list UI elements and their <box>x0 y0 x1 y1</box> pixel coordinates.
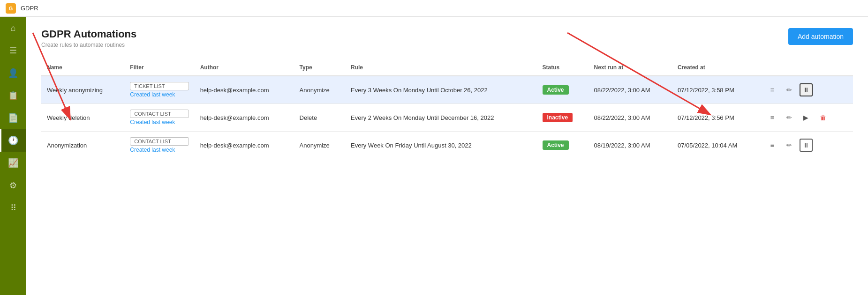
cell-actions: ≡ ✏ ▶ 🗑 <box>760 104 853 132</box>
sidebar-item-settings[interactable]: ⚙ <box>0 174 26 197</box>
cell-type: Delete <box>294 104 346 132</box>
details-icon[interactable]: ≡ <box>766 111 779 124</box>
cell-rule: Every 3 Weeks On Monday Until October 26… <box>345 76 536 104</box>
apps-icon: ⠿ <box>10 204 16 212</box>
col-actions <box>760 59 853 76</box>
filter-tag: TICKET LIST <box>130 82 189 90</box>
documents-icon: 📄 <box>8 114 18 122</box>
cell-rule: Every Week On Friday Until August 30, 20… <box>345 132 536 159</box>
edit-icon[interactable]: ✏ <box>783 83 796 96</box>
delete-button[interactable]: 🗑 <box>816 111 830 124</box>
page-title: GDPR Automations <box>41 28 136 40</box>
logo-text: G <box>9 6 13 11</box>
page-subtitle: Create rules to automate routines <box>41 42 136 48</box>
table-row: Weekly deletion CONTACT LIST Created las… <box>41 104 853 132</box>
sidebar-item-lists[interactable]: 📋 <box>0 84 26 107</box>
contacts-icon: 👤 <box>8 69 18 77</box>
sidebar-item-home[interactable]: ⌂ <box>0 17 26 39</box>
cell-name: Weekly deletion <box>41 104 124 132</box>
cell-next-run: 08/22/2022, 3:00 AM <box>588 104 672 132</box>
col-filter: Filter <box>124 59 194 76</box>
cell-created-at: 07/12/2022, 3:58 PM <box>672 76 760 104</box>
cell-status: Active <box>537 132 589 159</box>
play-button[interactable]: ▶ <box>800 111 813 124</box>
table-header-row: Name Filter Author Type Rule Status Next… <box>41 59 853 76</box>
col-status: Status <box>537 59 589 76</box>
cell-status: Active <box>537 76 589 104</box>
status-badge: Active <box>543 140 569 150</box>
cell-filter: CONTACT LIST Created last week <box>124 132 194 159</box>
col-author: Author <box>195 59 294 76</box>
top-bar: G GDPR <box>0 0 868 17</box>
app-title: GDPR <box>21 5 38 12</box>
table-row: Anonymization CONTACT LIST Created last … <box>41 132 853 159</box>
filter-link[interactable]: Created last week <box>130 147 189 153</box>
cell-author: help-desk@example.com <box>195 76 294 104</box>
filter-link[interactable]: Created last week <box>130 91 189 98</box>
row-actions: ≡ ✏ ⏸ <box>766 83 847 96</box>
cell-rule: Every 2 Weeks On Monday Until December 1… <box>345 104 536 132</box>
cell-next-run: 08/19/2022, 3:00 AM <box>588 132 672 159</box>
cell-author: help-desk@example.com <box>195 132 294 159</box>
row-actions: ≡ ✏ ⏸ <box>766 139 847 152</box>
automations-table: Name Filter Author Type Rule Status Next… <box>41 59 853 159</box>
pause-button[interactable]: ⏸ <box>800 139 813 152</box>
row-actions: ≡ ✏ ▶ 🗑 <box>766 111 847 124</box>
edit-icon[interactable]: ✏ <box>783 139 796 152</box>
cell-name: Anonymization <box>41 132 124 159</box>
settings-icon: ⚙ <box>9 181 17 190</box>
reports-icon: 📈 <box>8 159 18 167</box>
automations-table-container: Name Filter Author Type Rule Status Next… <box>41 59 853 159</box>
cell-type: Anonymize <box>294 76 346 104</box>
status-badge: Active <box>543 85 569 95</box>
cell-name: Weekly anonymizing <box>41 76 124 104</box>
filter-tag: CONTACT LIST <box>130 110 189 118</box>
app-logo: G <box>6 3 16 14</box>
main-content: GDPR Automations Create rules to automat… <box>26 0 868 295</box>
add-automation-button[interactable]: Add automation <box>788 28 853 45</box>
sidebar-item-menu[interactable]: ☰ <box>0 39 26 62</box>
cell-actions: ≡ ✏ ⏸ <box>760 132 853 159</box>
col-rule: Rule <box>345 59 536 76</box>
page-header: GDPR Automations Create rules to automat… <box>41 28 853 48</box>
cell-created-at: 07/12/2022, 3:56 PM <box>672 104 760 132</box>
cell-filter: CONTACT LIST Created last week <box>124 104 194 132</box>
cell-created-at: 07/05/2022, 10:04 AM <box>672 132 760 159</box>
cell-author: help-desk@example.com <box>195 104 294 132</box>
menu-icon: ☰ <box>9 46 17 55</box>
pause-button[interactable]: ⏸ <box>800 83 813 96</box>
page-header-text: GDPR Automations Create rules to automat… <box>41 28 136 48</box>
sidebar-item-documents[interactable]: 📄 <box>0 107 26 129</box>
col-created-at: Created at <box>672 59 760 76</box>
details-icon[interactable]: ≡ <box>766 83 779 96</box>
sidebar-item-contacts[interactable]: 👤 <box>0 62 26 84</box>
edit-icon[interactable]: ✏ <box>783 111 796 124</box>
cell-actions: ≡ ✏ ⏸ <box>760 76 853 104</box>
table-row: Weekly anonymizing TICKET LIST Created l… <box>41 76 853 104</box>
cell-status: Inactive <box>537 104 589 132</box>
status-badge: Inactive <box>543 113 573 122</box>
automations-icon: 🕐 <box>8 136 18 145</box>
sidebar-item-reports[interactable]: 📈 <box>0 152 26 174</box>
filter-link[interactable]: Created last week <box>130 119 189 125</box>
cell-type: Anonymize <box>294 132 346 159</box>
cell-filter: TICKET LIST Created last week <box>124 76 194 104</box>
filter-tag: CONTACT LIST <box>130 137 189 146</box>
cell-next-run: 08/22/2022, 3:00 AM <box>588 76 672 104</box>
col-name: Name <box>41 59 124 76</box>
home-icon: ⌂ <box>11 24 16 32</box>
sidebar: ⌂ ☰ 👤 📋 📄 🕐 📈 ⚙ ⠿ <box>0 0 26 295</box>
col-type: Type <box>294 59 346 76</box>
sidebar-item-automations[interactable]: 🕐 <box>0 129 26 152</box>
sidebar-item-apps[interactable]: ⠿ <box>0 197 26 219</box>
lists-icon: 📋 <box>8 91 18 100</box>
details-icon[interactable]: ≡ <box>766 139 779 152</box>
col-next-run: Next run at <box>588 59 672 76</box>
